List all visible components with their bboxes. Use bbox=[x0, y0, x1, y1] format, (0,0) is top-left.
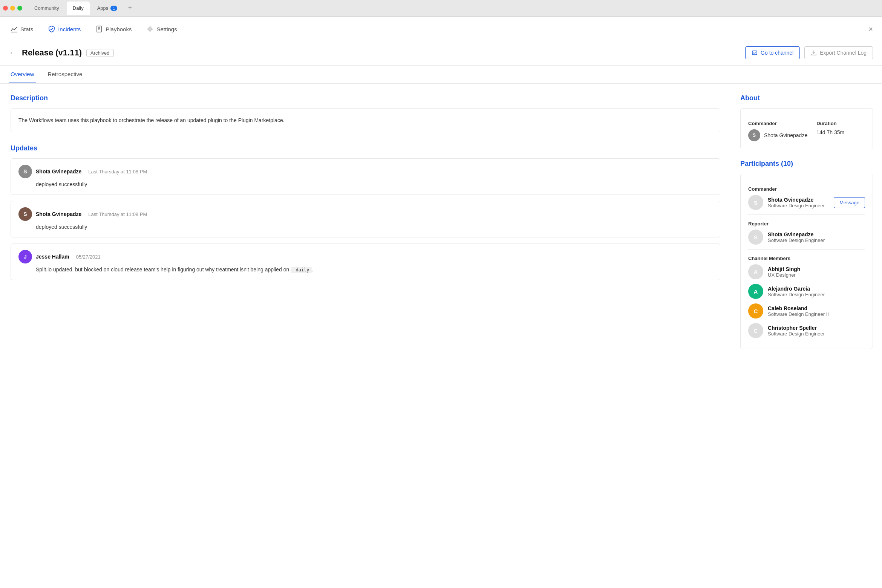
update-time-2: Last Thursday at 11:08 PM bbox=[88, 211, 147, 217]
updates-title: Updates bbox=[11, 144, 720, 152]
updates-section: Updates S Shota Gvinepadze Last Thursday… bbox=[11, 144, 720, 280]
update-text-1: deployed successfully bbox=[18, 181, 712, 188]
update-text-3: Split.io updated, but blocked on cloud r… bbox=[18, 266, 712, 274]
book-icon bbox=[96, 26, 103, 32]
update-card-2: S Shota Gvinepadze Last Thursday at 11:0… bbox=[11, 201, 720, 237]
back-button[interactable]: ← bbox=[9, 49, 16, 57]
member-role-3: Software Design Engineer bbox=[768, 331, 865, 337]
browser-chrome: Community Daily Apps 1 + bbox=[0, 0, 882, 17]
member-avatar-1: A bbox=[748, 284, 763, 299]
duration-label: Duration bbox=[816, 121, 844, 126]
participants-title: Participants (10) bbox=[740, 160, 873, 168]
commander-participant-info: Shota Gvinepadze Software Design Enginee… bbox=[768, 197, 829, 208]
member-avatar-0: A bbox=[748, 264, 763, 279]
close-traffic-light[interactable] bbox=[3, 6, 8, 11]
fullscreen-traffic-light[interactable] bbox=[17, 6, 22, 11]
avatar-1: S bbox=[18, 165, 32, 178]
about-title: About bbox=[740, 94, 873, 102]
export-log-button[interactable]: Export Channel Log bbox=[804, 46, 873, 59]
commander-participant-row: S Shota Gvinepadze Software Design Engin… bbox=[748, 195, 865, 210]
update-author-2: Shota Gvinepadze bbox=[36, 211, 81, 217]
commander-participant-name: Shota Gvinepadze bbox=[768, 197, 829, 203]
right-column: About Commander S Shota Gvinepadze Durat… bbox=[731, 84, 882, 588]
apps-badge: 1 bbox=[110, 6, 117, 11]
archived-badge: Archived bbox=[86, 49, 114, 57]
member-info-3: Christopher Speller Software Design Engi… bbox=[768, 325, 865, 337]
participants-section: Participants (10) Commander S Shota Gvin… bbox=[740, 160, 873, 349]
about-section: About Commander S Shota Gvinepadze Durat… bbox=[740, 94, 873, 149]
new-tab-button[interactable]: + bbox=[125, 3, 135, 14]
update-time-1: Last Thursday at 11:08 PM bbox=[88, 169, 147, 175]
reporter-participant-info: Shota Gvinepadze Software Design Enginee… bbox=[768, 231, 865, 243]
tab-daily[interactable]: Daily bbox=[67, 2, 90, 15]
reporter-participant-row: S Shota Gvinepadze Software Design Engin… bbox=[748, 230, 865, 245]
description-section: Description The Workflows team uses this… bbox=[11, 94, 720, 132]
member-row-2: C Caleb Roseland Software Design Enginee… bbox=[748, 303, 865, 318]
svg-rect-6 bbox=[752, 51, 757, 55]
tab-apps[interactable]: Apps 1 bbox=[91, 2, 124, 15]
nav-settings[interactable]: Settings bbox=[145, 23, 178, 35]
reporter-participant-name: Shota Gvinepadze bbox=[768, 231, 865, 237]
content-tabs: Overview Retrospective bbox=[0, 66, 882, 84]
left-column: Description The Workflows team uses this… bbox=[0, 84, 731, 588]
channel-icon bbox=[752, 50, 758, 56]
description-title: Description bbox=[11, 94, 720, 102]
update-text-2: deployed successfully bbox=[18, 223, 712, 231]
update-header-1: S Shota Gvinepadze Last Thursday at 11:0… bbox=[18, 165, 712, 178]
member-name-3: Christopher Speller bbox=[768, 325, 865, 331]
gear-icon bbox=[147, 26, 153, 32]
avatar-3: J bbox=[18, 250, 32, 263]
tab-community[interactable]: Community bbox=[28, 2, 65, 15]
minimize-traffic-light[interactable] bbox=[10, 6, 15, 11]
nav-playbooks[interactable]: Playbooks bbox=[94, 23, 133, 35]
main-layout: Description The Workflows team uses this… bbox=[0, 84, 882, 588]
app-container: Stats Incidents Playbooks Settings bbox=[0, 17, 882, 588]
tab-retrospective[interactable]: Retrospective bbox=[46, 66, 84, 83]
chart-icon bbox=[11, 26, 17, 32]
description-text: The Workflows team uses this playbook to… bbox=[18, 117, 285, 123]
commander-label: Commander bbox=[748, 121, 807, 126]
download-icon bbox=[811, 50, 817, 56]
code-tag: -daily bbox=[291, 267, 311, 273]
avatar-2: S bbox=[18, 207, 32, 221]
member-role-1: Software Design Engineer bbox=[768, 292, 865, 297]
duration-col: Duration 14d 7h 35m bbox=[816, 121, 844, 141]
member-name-0: Abhijit Singh bbox=[768, 266, 865, 272]
reporter-participant-avatar: S bbox=[748, 230, 763, 245]
update-card-3: J Jesse Hallam 05/27/2021 Split.io updat… bbox=[11, 243, 720, 280]
commander-name: Shota Gvinepadze bbox=[764, 132, 807, 138]
reporter-participant-role-text: Software Design Engineer bbox=[768, 237, 865, 243]
member-name-1: Alejandro García bbox=[768, 286, 865, 292]
commander-avatar: S bbox=[748, 129, 760, 141]
tab-overview[interactable]: Overview bbox=[9, 66, 36, 83]
divider-1 bbox=[748, 214, 865, 215]
nav-incidents[interactable]: Incidents bbox=[47, 23, 82, 35]
go-to-channel-button[interactable]: Go to channel bbox=[745, 46, 800, 59]
incident-title: Release (v1.11) bbox=[22, 48, 82, 58]
duration-value: 14d 7h 35m bbox=[816, 129, 844, 135]
commander-value-row: S Shota Gvinepadze bbox=[748, 129, 807, 141]
member-row-0: A Abhijit Singh UX Designer bbox=[748, 264, 865, 279]
traffic-lights bbox=[3, 6, 22, 11]
close-button[interactable]: × bbox=[868, 25, 873, 34]
update-author-3: Jesse Hallam bbox=[36, 254, 69, 260]
update-header-3: J Jesse Hallam 05/27/2021 bbox=[18, 250, 712, 263]
update-header-2: S Shota Gvinepadze Last Thursday at 11:0… bbox=[18, 207, 712, 221]
members-role-label: Channel Members bbox=[748, 256, 865, 261]
member-avatar-2: C bbox=[748, 303, 763, 318]
member-row-3: C Christopher Speller Software Design En… bbox=[748, 323, 865, 338]
member-info-2: Caleb Roseland Software Design Engineer … bbox=[768, 305, 865, 317]
commander-role-label: Commander bbox=[748, 186, 865, 192]
top-nav: Stats Incidents Playbooks Settings bbox=[0, 17, 882, 40]
commander-col: Commander S Shota Gvinepadze bbox=[748, 121, 807, 141]
commander-participant-avatar: S bbox=[748, 195, 763, 210]
nav-stats[interactable]: Stats bbox=[9, 23, 35, 35]
commander-participant-role-text: Software Design Engineer bbox=[768, 203, 829, 208]
update-author-1: Shota Gvinepadze bbox=[36, 168, 81, 175]
about-grid: Commander S Shota Gvinepadze Duration 14… bbox=[748, 121, 865, 141]
update-card-1: S Shota Gvinepadze Last Thursday at 11:0… bbox=[11, 158, 720, 195]
reporter-role-label: Reporter bbox=[748, 221, 865, 227]
commander-message-button[interactable]: Message bbox=[834, 197, 865, 208]
member-info-1: Alejandro García Software Design Enginee… bbox=[768, 286, 865, 297]
header-actions: Go to channel Export Channel Log bbox=[745, 46, 873, 59]
